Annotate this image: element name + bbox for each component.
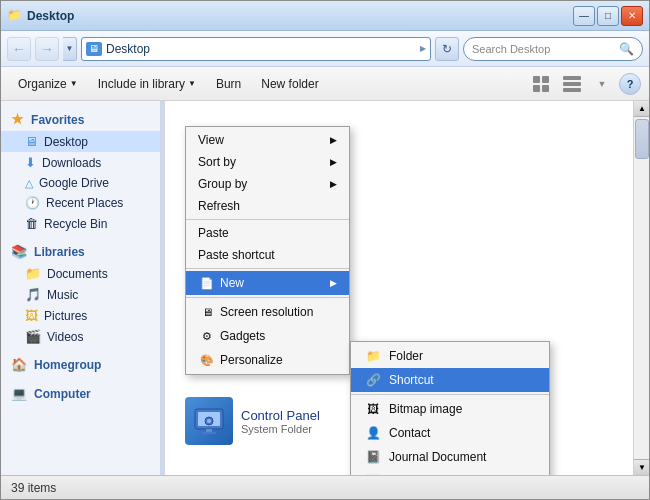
scroll-up-button[interactable]: ▲ (634, 101, 649, 117)
menu-separator-2 (186, 268, 349, 269)
new-folder-button[interactable]: New folder (252, 71, 327, 97)
svg-rect-6 (563, 88, 581, 92)
submenu-item-folder[interactable]: 📁 Folder (351, 344, 549, 368)
libraries-icon: 📚 (11, 244, 27, 259)
back-button[interactable]: ← (7, 37, 31, 61)
menu-item-paste-shortcut-label: Paste shortcut (198, 248, 337, 262)
favorites-header[interactable]: ★ Favorites (1, 107, 160, 131)
svg-rect-0 (533, 76, 540, 83)
personalize-icon: 🎨 (198, 352, 216, 368)
menu-item-new[interactable]: 📄 New ▶ (186, 271, 349, 295)
sidebar: ★ Favorites 🖥 Desktop ⬇ Downloads △ Goog… (1, 101, 161, 475)
title-bar: 📁 Desktop — □ ✕ (1, 1, 649, 31)
search-bar[interactable]: Search Desktop 🔍 (463, 37, 643, 61)
menu-item-group-by[interactable]: Group by ▶ (186, 173, 349, 195)
context-menu: View ▶ Sort by ▶ Group by ▶ Refresh Past… (185, 126, 350, 375)
content-scrollbar[interactable]: ▲ ▼ (633, 101, 649, 475)
sidebar-item-recycle-label: Recycle Bin (44, 217, 107, 231)
contact-submenu-icon: 👤 (363, 425, 383, 441)
menu-item-personalize-label: Personalize (220, 353, 337, 367)
menu-item-paste[interactable]: Paste (186, 222, 349, 244)
submenu-item-contact[interactable]: 👤 Contact (351, 421, 549, 445)
libraries-title: Libraries (34, 245, 85, 259)
computer-header[interactable]: 💻 Computer (1, 382, 160, 405)
svg-rect-4 (563, 76, 581, 80)
menu-item-screen-label: Screen resolution (220, 305, 337, 319)
close-button[interactable]: ✕ (621, 6, 643, 26)
sidebar-item-recent-places[interactable]: 🕐 Recent Places (1, 193, 160, 213)
submenu-folder-label: Folder (389, 349, 423, 363)
minimize-button[interactable]: — (573, 6, 595, 26)
sidebar-item-recycle-bin[interactable]: 🗑 Recycle Bin (1, 213, 160, 234)
submenu-item-journal[interactable]: 📓 Journal Document (351, 445, 549, 469)
submenu-item-shortcut[interactable]: 🔗 Shortcut (351, 368, 549, 392)
help-button[interactable]: ? (619, 73, 641, 95)
menu-item-group-label: Group by (198, 177, 330, 191)
sidebar-item-google-drive[interactable]: △ Google Drive (1, 173, 160, 193)
view-arrow-button[interactable]: ▼ (589, 71, 615, 97)
scroll-thumb[interactable] (635, 119, 649, 159)
sidebar-item-videos-label: Videos (47, 330, 83, 344)
view-options-button[interactable] (529, 71, 555, 97)
scroll-down-button[interactable]: ▼ (634, 459, 649, 475)
svg-rect-2 (533, 85, 540, 92)
sidebar-item-documents[interactable]: 📁 Documents (1, 263, 160, 284)
submenu-item-access[interactable]: 📊 Microsoft Access Database (351, 469, 549, 475)
sidebar-item-downloads-label: Downloads (42, 156, 101, 170)
submenu-new: 📁 Folder 🔗 Shortcut 🖼 Bitmap image 👤 Con… (350, 341, 550, 475)
nav-dropdown[interactable]: ▼ (63, 37, 77, 61)
status-bar: 39 items (1, 475, 649, 499)
menu-item-sort-by[interactable]: Sort by ▶ (186, 151, 349, 173)
refresh-button[interactable]: ↻ (435, 37, 459, 61)
shortcut-submenu-icon: 🔗 (363, 372, 383, 388)
downloads-icon: ⬇ (25, 155, 36, 170)
view-toggle-button[interactable] (559, 71, 585, 97)
submenu-item-bitmap[interactable]: 🖼 Bitmap image (351, 397, 549, 421)
menu-item-view-label: View (198, 133, 330, 147)
sidebar-item-pictures[interactable]: 🖼 Pictures (1, 305, 160, 326)
sidebar-item-music[interactable]: 🎵 Music (1, 284, 160, 305)
menu-item-gadgets[interactable]: ⚙ Gadgets (186, 324, 349, 348)
documents-icon: 📁 (25, 266, 41, 281)
menu-item-refresh[interactable]: Refresh (186, 195, 349, 217)
control-panel-subtitle: System Folder (241, 423, 320, 435)
favorites-section: ★ Favorites 🖥 Desktop ⬇ Downloads △ Goog… (1, 107, 160, 234)
menu-item-personalize[interactable]: 🎨 Personalize (186, 348, 349, 372)
include-library-button[interactable]: Include in library ▼ (89, 71, 205, 97)
control-panel-item[interactable]: Control Panel System Folder (185, 397, 320, 445)
search-placeholder-text: Search Desktop (472, 43, 615, 55)
organize-button[interactable]: Organize ▼ (9, 71, 87, 97)
maximize-button[interactable]: □ (597, 6, 619, 26)
sidebar-item-desktop[interactable]: 🖥 Desktop (1, 131, 160, 152)
toolbar: Organize ▼ Include in library ▼ Burn New… (1, 67, 649, 101)
menu-arrow-new: ▶ (330, 278, 337, 288)
title-controls: — □ ✕ (573, 6, 643, 26)
address-bar[interactable]: 🖥 Desktop ▶ (81, 37, 431, 61)
menu-item-view[interactable]: View ▶ (186, 129, 349, 151)
include-library-label: Include in library (98, 77, 185, 91)
sidebar-item-downloads[interactable]: ⬇ Downloads (1, 152, 160, 173)
homegroup-title: Homegroup (34, 358, 101, 372)
submenu-shortcut-label: Shortcut (389, 373, 434, 387)
sidebar-item-videos[interactable]: 🎬 Videos (1, 326, 160, 347)
burn-button[interactable]: Burn (207, 71, 250, 97)
menu-item-screen-resolution[interactable]: 🖥 Screen resolution (186, 300, 349, 324)
menu-item-gadgets-label: Gadgets (220, 329, 337, 343)
libraries-header[interactable]: 📚 Libraries (1, 240, 160, 263)
homegroup-section: 🏠 Homegroup (1, 353, 160, 376)
sidebar-item-music-label: Music (47, 288, 78, 302)
recycle-bin-icon: 🗑 (25, 216, 38, 231)
nav-bar: ← → ▼ 🖥 Desktop ▶ ↻ Search Desktop 🔍 (1, 31, 649, 67)
gadgets-icon: ⚙ (198, 328, 216, 344)
bitmap-submenu-icon: 🖼 (363, 401, 383, 417)
forward-button[interactable]: → (35, 37, 59, 61)
new-folder-label: New folder (261, 77, 318, 91)
homegroup-header[interactable]: 🏠 Homegroup (1, 353, 160, 376)
window-title: Desktop (27, 9, 74, 23)
pictures-icon: 🖼 (25, 308, 38, 323)
menu-separator-1 (186, 219, 349, 220)
access-submenu-icon: 📊 (363, 473, 383, 475)
content-area[interactable]: Control Panel System Folder View ▶ Sort … (165, 101, 649, 475)
search-icon[interactable]: 🔍 (619, 42, 634, 56)
menu-item-paste-shortcut[interactable]: Paste shortcut (186, 244, 349, 266)
